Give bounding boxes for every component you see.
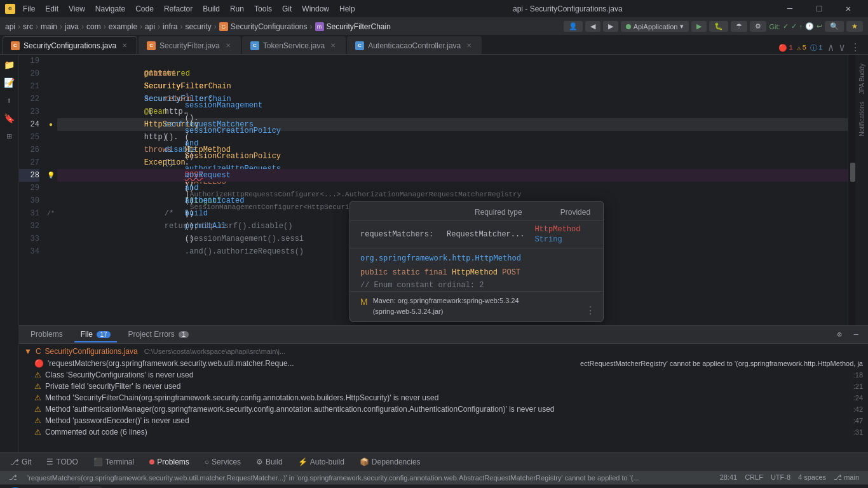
notifications-panel[interactable]: Notifications <box>858 99 865 139</box>
tab-close-0[interactable]: ✕ <box>120 41 129 50</box>
code-content[interactable]: @Autowired private SecurityFilter securi… <box>57 55 848 325</box>
windows-taskbar: ⊞ 📁 🦁 ⚙ 20:12 10/02/2023 <box>0 484 868 488</box>
project-errors-tab[interactable]: Project Errors 1 <box>122 327 195 342</box>
menu-view[interactable]: View <box>64 3 90 15</box>
sidebar-pull-requests-icon[interactable]: ⬆ <box>2 93 17 108</box>
status-position[interactable]: 28:41 <box>716 473 742 482</box>
todo-tool[interactable]: ☰ TODO <box>41 456 83 468</box>
tab-close-3[interactable]: ✕ <box>465 41 473 50</box>
chevron-up-icon[interactable]: ∧ <box>828 41 834 54</box>
tab-token-service[interactable]: C TokenService.java ✕ <box>242 36 346 54</box>
status-indent[interactable]: 4 spaces <box>794 473 830 482</box>
menu-run[interactable]: Run <box>225 3 249 15</box>
menu-refactor[interactable]: Refactor <box>159 3 198 15</box>
tooltip-comment: // Enum constant ordinal: 2 <box>350 280 603 291</box>
minimize-button[interactable]: ─ <box>775 0 804 18</box>
tab-close-1[interactable]: ✕ <box>224 41 233 50</box>
sidebar-structure-icon[interactable]: ⊞ <box>2 128 17 144</box>
menu-git[interactable]: Git <box>277 3 297 15</box>
taskbar-intellij[interactable]: ⚙ <box>79 486 102 489</box>
bc-java[interactable]: java <box>65 22 79 31</box>
taskbar-explorer[interactable]: 📁 <box>28 486 51 489</box>
sidebar-commit-icon[interactable]: 📝 <box>2 75 17 90</box>
tab-close-2[interactable]: ✕ <box>329 41 337 50</box>
sidebar-bookmarks-icon[interactable]: 🔖 <box>2 111 17 126</box>
terminal-tool[interactable]: ⬛ Terminal <box>88 456 139 468</box>
services-tool[interactable]: ○ Services <box>200 456 246 468</box>
problems-panel-header: Problems File 17 Project Errors 1 ⚙ — <box>19 326 868 344</box>
info-count: ⓘ 1 <box>810 43 823 53</box>
jpa-buddy-panel[interactable]: JPA Buddy <box>858 61 865 97</box>
menu-help[interactable]: Help <box>334 3 360 15</box>
bc-api[interactable]: api <box>5 22 15 31</box>
auto-build-tool[interactable]: ⚡ Auto-build <box>293 456 349 468</box>
file-icon: C <box>36 347 41 356</box>
bookmark-button[interactable]: ★ <box>846 21 863 32</box>
bc-infra[interactable]: infra <box>163 22 177 31</box>
tab-security-filter[interactable]: C SecurityFilter.java ✕ <box>139 36 241 54</box>
more-tabs-icon[interactable]: ⋮ <box>850 41 860 54</box>
menu-window[interactable]: Window <box>297 3 334 15</box>
forward-button[interactable]: ▶ <box>603 21 618 32</box>
build-tool[interactable]: ⚙ Build <box>251 456 288 468</box>
prob-item-5[interactable]: ⚠ Method 'passwordEncoder()' is never us… <box>19 415 868 426</box>
minimap[interactable] <box>848 55 855 325</box>
status-branch[interactable]: ⎇ main <box>830 473 863 482</box>
bc-security[interactable]: security <box>185 22 211 31</box>
prob-item-3[interactable]: ⚠ Method 'SecurityFilterChain(org.spring… <box>19 392 868 403</box>
scrollbar-thumb[interactable] <box>850 163 855 182</box>
settings-icon[interactable]: ⚙ <box>832 328 846 342</box>
close-button[interactable]: ✕ <box>834 0 863 18</box>
error-count: 🔴 1 <box>778 44 793 52</box>
bc-com[interactable]: com <box>86 22 101 31</box>
menu-tools[interactable]: Tools <box>249 3 277 15</box>
debug-button[interactable]: 🐛 <box>709 21 728 32</box>
prob-item-1[interactable]: ⚠ Class 'SecurityConfigurations' is neve… <box>19 369 868 381</box>
status-line-sep[interactable]: CRLF <box>741 473 767 482</box>
provided-type-2: String <box>534 235 580 244</box>
git-tool[interactable]: ⎇ Git <box>5 456 36 468</box>
bc-src[interactable]: src <box>23 22 33 31</box>
menu-file[interactable]: File <box>18 3 40 15</box>
menu-build[interactable]: Build <box>198 3 225 15</box>
file-tab[interactable]: File 17 <box>74 327 117 342</box>
menu-code[interactable]: Code <box>130 3 159 15</box>
bc-api2[interactable]: api <box>145 22 155 31</box>
problems-tab[interactable]: Problems <box>24 327 69 342</box>
tab-security-configurations[interactable]: C SecurityConfigurations.java ✕ <box>3 36 137 54</box>
more-button[interactable]: ⋮ <box>585 304 595 316</box>
prob-item-6[interactable]: ⚠ Commented out code (6 lines) :31 <box>19 426 868 438</box>
prob-item-4[interactable]: ⚠ Method 'authenticationManager(org.spri… <box>19 403 868 415</box>
app-icon: ⚙ <box>5 4 15 14</box>
collapse-icon[interactable]: ▼ <box>24 347 32 356</box>
bulb-icon[interactable]: 💡 <box>47 172 55 179</box>
build-button[interactable]: ⚙ <box>750 21 766 32</box>
prob-file-name: SecurityConfigurations.java <box>45 347 138 356</box>
maximize-button[interactable]: □ <box>804 0 834 18</box>
bc-filter-chain[interactable]: m SecurityFilterChain <box>315 22 391 31</box>
bc-example[interactable]: example <box>109 22 137 31</box>
search-button[interactable]: 🔍 <box>825 21 844 32</box>
menu-navigate[interactable]: Navigate <box>90 3 130 15</box>
chevron-down-icon[interactable]: ∨ <box>839 41 845 54</box>
tab-autenticacao-controller[interactable]: C AutenticacaoController.java ✕ <box>347 36 482 54</box>
prob-item-error[interactable]: 🔴 'requestMatchers(org.springframework.s… <box>19 358 868 369</box>
taskbar-brave[interactable]: 🦁 <box>53 486 76 489</box>
prob-line-5: :47 <box>853 417 863 424</box>
status-encoding[interactable]: UTF-8 <box>767 473 794 482</box>
coverage-button[interactable]: ☂ <box>731 21 747 32</box>
prob-item-2[interactable]: ⚠ Private field 'securityFilter' is neve… <box>19 381 868 392</box>
dependencies-tool[interactable]: 📦 Dependencies <box>355 456 426 468</box>
problems-tool[interactable]: Problems <box>144 456 194 468</box>
bc-security-conf[interactable]: C SecurityConfigurations <box>219 22 308 31</box>
bc-main[interactable]: main <box>41 22 57 31</box>
close-panel-icon[interactable]: — <box>849 328 863 342</box>
run-config-selector[interactable]: ApiApplication ▾ <box>621 21 689 32</box>
user-settings-button[interactable]: 👤 <box>564 21 583 32</box>
back-button[interactable]: ◀ <box>585 21 600 32</box>
menu-edit[interactable]: Edit <box>40 3 64 15</box>
sidebar-project-icon[interactable]: 📁 <box>2 57 17 72</box>
status-branch-icon[interactable]: ⎇ <box>5 473 21 482</box>
fold-icon[interactable]: /* <box>47 210 55 217</box>
run-button[interactable]: ▶ <box>691 21 707 32</box>
